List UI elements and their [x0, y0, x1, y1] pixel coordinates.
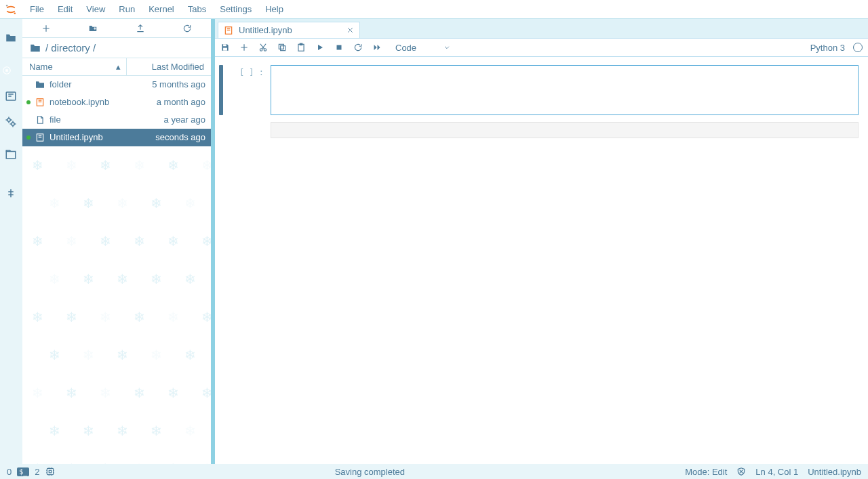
snowflake-icon: ❄ — [151, 347, 162, 363]
column-modified[interactable]: Last Modified — [127, 58, 211, 75]
breadcrumb[interactable]: / directory / — [22, 38, 211, 58]
running-icon[interactable] — [4, 64, 18, 77]
svg-rect-18 — [300, 43, 302, 45]
cut-icon[interactable] — [258, 43, 268, 52]
snowflake-icon: ❄ — [117, 347, 128, 363]
tabs-icon[interactable] — [4, 148, 18, 161]
folder-icon[interactable] — [4, 31, 18, 45]
file-row[interactable]: Untitled.ipynbseconds ago — [22, 129, 211, 146]
refresh-icon[interactable] — [164, 19, 212, 37]
menu-edit[interactable]: Edit — [51, 0, 79, 18]
svg-rect-16 — [279, 44, 283, 49]
snowflake-icon: ❄ — [184, 271, 196, 287]
notebook-tab[interactable]: Untitled.ipynb — [218, 22, 360, 38]
terminal-icon[interactable]: $_ — [17, 467, 29, 476]
save-icon[interactable] — [220, 43, 230, 52]
main-area: / directory / Name ▴ Last Modified folde… — [0, 19, 868, 464]
snowflake-icon: ❄ — [134, 309, 145, 325]
interrupt-icon[interactable] — [334, 43, 344, 52]
snowflake-icon: ❄ — [66, 157, 77, 173]
menu-view[interactable]: View — [79, 0, 112, 18]
paste-icon[interactable] — [296, 43, 306, 52]
snowflake-icon: ❄ — [66, 233, 77, 249]
shield-icon[interactable] — [736, 467, 746, 476]
running-dot-icon — [26, 118, 31, 122]
commands-icon[interactable] — [4, 89, 18, 103]
snowflake-icon: ❄ — [201, 233, 211, 249]
restart-run-all-icon[interactable] — [372, 43, 382, 52]
file-modified: seconds ago — [131, 132, 211, 142]
menu-tabs[interactable]: Tabs — [181, 0, 213, 18]
svg-rect-12 — [223, 48, 227, 51]
snowflake-icon: ❄ — [201, 385, 211, 401]
snowflake-icon: ❄ — [100, 385, 111, 401]
snowflake-icon: ❄ — [66, 461, 77, 464]
menu-bar: FileEditViewRunKernelTabsSettingsHelp — [0, 0, 868, 19]
status-count[interactable]: 0 — [7, 467, 12, 477]
notebook-white-icon — [35, 132, 45, 143]
snowflake-icon: ❄ — [66, 309, 77, 325]
new-launcher-icon[interactable] — [22, 19, 70, 37]
terminals-count[interactable]: 2 — [35, 467, 39, 477]
menu-file[interactable]: File — [23, 0, 51, 18]
kernel-sessions-icon[interactable] — [45, 467, 55, 476]
snowflake-icon: ❄ — [100, 157, 111, 173]
snowflake-icon: ❄ — [49, 423, 60, 439]
file-icon — [35, 114, 45, 125]
menu-settings[interactable]: Settings — [213, 0, 258, 18]
file-row[interactable]: folder5 months ago — [22, 76, 211, 93]
notebook-icon — [224, 26, 233, 35]
output-area — [271, 122, 859, 138]
cell-input[interactable] — [271, 65, 859, 115]
run-icon[interactable] — [315, 43, 325, 52]
kernel-name[interactable]: Python 3 — [810, 43, 845, 53]
column-name[interactable]: Name ▴ — [22, 58, 127, 75]
code-cell[interactable]: [ ] : — [219, 65, 859, 115]
file-name: folder — [50, 79, 127, 89]
snowflake-icon: ❄ — [83, 195, 94, 211]
svg-point-0 — [6, 4, 7, 5]
snowflake-icon: ❄ — [32, 309, 43, 325]
notebook-body[interactable]: [ ] : — [215, 57, 868, 464]
status-filename[interactable]: Untitled.ipynb — [808, 467, 861, 477]
snowflake-icon: ❄ — [117, 271, 128, 287]
file-modified: a year ago — [131, 114, 211, 125]
extension-icon[interactable] — [4, 187, 18, 201]
status-mode[interactable]: Mode: Edit — [685, 467, 727, 477]
settings-build-icon[interactable] — [4, 115, 18, 129]
snowflake-icon: ❄ — [32, 461, 43, 464]
file-row[interactable]: notebook.ipynba month ago — [22, 93, 211, 111]
running-dot-icon — [26, 100, 31, 104]
activity-bar — [0, 19, 22, 464]
snowflake-icon: ❄ — [151, 423, 162, 439]
upload-icon[interactable] — [117, 19, 164, 37]
snowflake-icon: ❄ — [201, 309, 211, 325]
snowflake-icon: ❄ — [167, 461, 179, 464]
menu-help[interactable]: Help — [258, 0, 290, 18]
svg-rect-11 — [223, 44, 226, 46]
restart-icon[interactable] — [353, 43, 363, 52]
status-cursor[interactable]: Ln 4, Col 1 — [755, 467, 798, 477]
cell-collapser[interactable] — [219, 65, 223, 115]
snowflake-icon: ❄ — [49, 271, 60, 287]
snowflake-icon: ❄ — [49, 347, 60, 363]
copy-icon[interactable] — [277, 43, 287, 52]
new-folder-icon[interactable] — [70, 19, 117, 37]
jupyter-logo-icon — [4, 3, 18, 16]
file-row[interactable]: filea year ago — [22, 111, 211, 129]
snowflake-icon: ❄ — [201, 157, 211, 173]
close-icon[interactable] — [347, 26, 354, 34]
snowflake-icon: ❄ — [184, 423, 196, 439]
status-bar: 0 $_ 2 Saving completed Mode: Edit Ln 4,… — [0, 464, 868, 479]
kernel-indicator-icon[interactable] — [853, 43, 863, 52]
cell-type-select[interactable]: Code — [395, 43, 450, 53]
tab-bar: Untitled.ipynb — [215, 19, 868, 38]
file-list: folder5 months agonotebook.ipynba month … — [22, 76, 211, 464]
snowflake-icon: ❄ — [117, 423, 128, 439]
menu-run[interactable]: Run — [112, 0, 142, 18]
snowflake-icon: ❄ — [32, 233, 43, 249]
running-dot-icon — [26, 83, 31, 87]
menu-kernel[interactable]: Kernel — [142, 0, 181, 18]
snowflake-icon: ❄ — [184, 347, 196, 363]
insert-cell-icon[interactable] — [239, 43, 249, 52]
